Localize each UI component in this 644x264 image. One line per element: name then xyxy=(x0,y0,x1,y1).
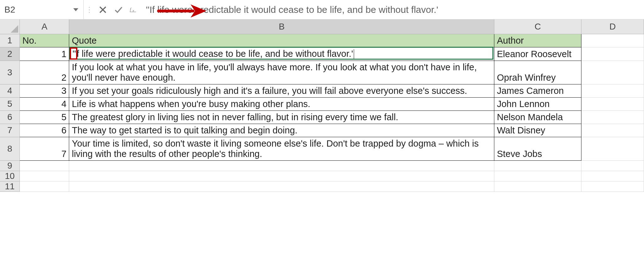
cell-A7[interactable]: 6 xyxy=(20,124,69,137)
row-header-10[interactable]: 10 xyxy=(0,171,20,181)
row-header-7[interactable]: 7 xyxy=(0,124,20,137)
col-header-A[interactable]: A xyxy=(20,19,69,34)
cell-A1[interactable]: No. xyxy=(20,34,69,47)
cell-C11[interactable] xyxy=(494,181,581,191)
cell-D7[interactable] xyxy=(581,124,644,137)
spreadsheet-grid[interactable]: A B C D 1 No. Quote Author 2 1 ''f life … xyxy=(0,19,644,192)
text-caret-icon xyxy=(354,49,354,59)
cell-A3[interactable]: 2 xyxy=(20,61,69,84)
svg-text:x: x xyxy=(132,8,134,12)
cell-C1[interactable]: Author xyxy=(494,34,581,47)
cell-C8[interactable]: Steve Jobs xyxy=(494,137,581,160)
cell-A9[interactable] xyxy=(20,160,69,171)
cell-D6[interactable] xyxy=(581,110,644,124)
cell-D11[interactable] xyxy=(581,181,644,191)
cell-A5[interactable]: 4 xyxy=(20,97,69,110)
svg-text:f: f xyxy=(130,7,132,12)
cell-B4[interactable]: If you set your goals ridiculously high … xyxy=(69,84,494,97)
cell-C7[interactable]: Walt Disney xyxy=(494,124,581,137)
cell-D5[interactable] xyxy=(581,97,644,110)
cell-B9[interactable] xyxy=(69,160,494,171)
name-box[interactable]: B2 xyxy=(0,0,84,19)
cell-D2[interactable] xyxy=(581,47,644,61)
cell-D9[interactable] xyxy=(581,160,644,171)
row-header-1[interactable]: 1 xyxy=(0,34,20,47)
drag-handle-icon: ⋮ xyxy=(84,5,95,14)
cell-D1[interactable] xyxy=(581,34,644,47)
cell-C9[interactable] xyxy=(494,160,581,171)
cell-D4[interactable] xyxy=(581,84,644,97)
cell-A2[interactable]: 1 xyxy=(20,47,69,61)
cell-A10[interactable] xyxy=(20,171,69,181)
cell-A8[interactable]: 7 xyxy=(20,137,69,160)
cell-B5[interactable]: Life is what happens when you're busy ma… xyxy=(69,97,494,110)
col-header-B[interactable]: B xyxy=(69,19,494,34)
cell-B2[interactable]: ''f life were predictable it would cease… xyxy=(69,47,494,61)
cell-B8[interactable]: Your time is limited, so don't waste it … xyxy=(69,137,494,160)
cell-A11[interactable] xyxy=(20,181,69,191)
cell-B6[interactable]: The greatest glory in living lies not in… xyxy=(69,110,494,124)
cell-C6[interactable]: Nelson Mandela xyxy=(494,110,581,124)
cell-B3[interactable]: If you look at what you have in life, yo… xyxy=(69,61,494,84)
cell-D10[interactable] xyxy=(581,171,644,181)
row-header-2[interactable]: 2 xyxy=(0,47,20,61)
cell-A4[interactable]: 3 xyxy=(20,84,69,97)
row-header-9[interactable]: 9 xyxy=(0,160,20,171)
col-header-D[interactable]: D xyxy=(581,19,644,34)
cancel-button[interactable] xyxy=(95,0,111,19)
fx-button[interactable]: fx xyxy=(126,0,142,19)
cell-B7[interactable]: The way to get started is to quit talkin… xyxy=(69,124,494,137)
row-header-11[interactable]: 11 xyxy=(0,181,20,191)
cell-B10[interactable] xyxy=(69,171,494,181)
quote-lead-char: '' xyxy=(72,49,76,59)
row-header-8[interactable]: 8 xyxy=(0,137,20,160)
cell-D8[interactable] xyxy=(581,137,644,160)
cell-B1[interactable]: Quote xyxy=(69,34,494,47)
select-all-corner[interactable] xyxy=(0,19,20,34)
cell-C2[interactable]: Eleanor Roosevelt xyxy=(494,47,581,61)
cell-text: f life were predictable it would cease t… xyxy=(77,49,353,59)
row-header-4[interactable]: 4 xyxy=(0,84,20,97)
row-header-5[interactable]: 5 xyxy=(0,97,20,110)
cell-D3[interactable] xyxy=(581,61,644,84)
row-header-6[interactable]: 6 xyxy=(0,110,20,124)
cell-A6[interactable]: 5 xyxy=(20,110,69,124)
col-header-C[interactable]: C xyxy=(494,19,581,34)
cell-C10[interactable] xyxy=(494,171,581,181)
cell-C3[interactable]: Oprah Winfrey xyxy=(494,61,581,84)
cell-C4[interactable]: James Cameron xyxy=(494,84,581,97)
row-header-3[interactable]: 3 xyxy=(0,61,20,84)
cell-C5[interactable]: John Lennon xyxy=(494,97,581,110)
cell-B11[interactable] xyxy=(69,181,494,191)
formula-input[interactable]: ''If life were predictable it would ceas… xyxy=(142,4,644,15)
name-box-value: B2 xyxy=(4,5,70,15)
enter-button[interactable] xyxy=(111,0,126,19)
chevron-down-icon[interactable] xyxy=(70,4,81,15)
formula-bar: B2 ⋮ fx ''If life were predictable it wo… xyxy=(0,0,644,19)
